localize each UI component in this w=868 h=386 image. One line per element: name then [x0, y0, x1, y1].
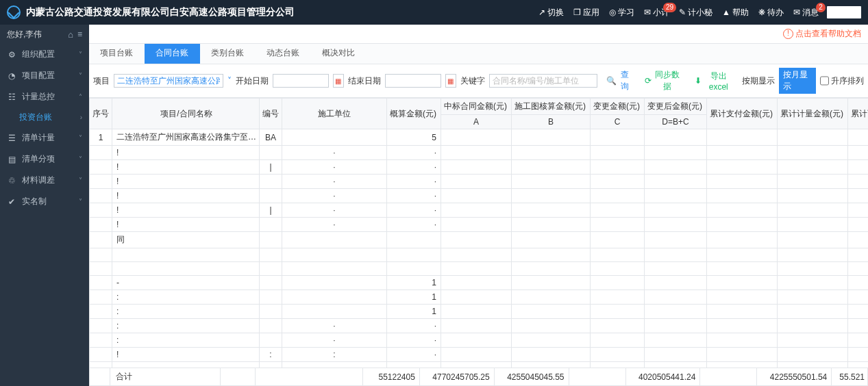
col-unit[interactable]: 施工单位	[282, 99, 387, 129]
header-item-3[interactable]: ✉小计29	[644, 7, 669, 18]
data-table-wrapper[interactable]: 序号 项目/合同名称 编号 施工单位 概算金额(元) 中标合同金额(元) 施工图…	[89, 98, 868, 368]
sidebar-item-6[interactable]: ✔实名制˅	[0, 191, 89, 212]
sidebar-item-2[interactable]: ☷计量总控˄	[0, 86, 89, 107]
table-row[interactable]: :1%	[90, 290, 869, 305]
table-row[interactable]: :1%	[90, 305, 869, 319]
col-pct[interactable]: 累计百分比	[848, 99, 869, 129]
col-draw[interactable]: 施工图核算金额(元)	[512, 99, 591, 115]
table-row[interactable]: !|··%	[90, 203, 869, 218]
start-date-input[interactable]	[273, 74, 329, 88]
col-seq[interactable]: 序号	[90, 99, 112, 129]
asc-sort-checkbox[interactable]: 升序排列	[820, 74, 864, 88]
header-item-5[interactable]: ▲帮助	[722, 7, 749, 18]
table-row[interactable]: -1%	[90, 276, 869, 290]
table-row[interactable]	[90, 362, 869, 368]
header-item-7[interactable]: ✉消息2	[793, 7, 819, 18]
dropdown-icon[interactable]: ˅	[227, 76, 232, 86]
col-paid[interactable]: 累计支付金额(元)	[707, 99, 778, 129]
sidebar-sub-invest-ledger[interactable]: 投资台账›	[0, 107, 89, 127]
help-doc-link[interactable]: 点击查看帮助文档	[783, 28, 861, 40]
table-row[interactable]: !··%	[90, 175, 869, 189]
top-header: 内蒙古公路交通投资发展有限公司白安高速公路项目管理分公司 ↗切换❐应用◎学习✉小…	[0, 0, 868, 25]
month-display-button[interactable]: 按月显示	[779, 68, 816, 94]
calendar-icon[interactable]: ▦	[333, 74, 344, 88]
col-budget[interactable]: 概算金额(元)	[387, 99, 441, 129]
sidebar-item-5[interactable]: ♲材料调差˅	[0, 170, 89, 191]
query-button[interactable]: 🔍查询	[602, 67, 636, 94]
tab-bar: 项目台账合同台账类别台账动态台账概决对比	[89, 44, 868, 64]
table-row[interactable]: !··%	[90, 146, 869, 160]
header-item-0[interactable]: ↗切换	[538, 7, 564, 18]
footer-label: 合计	[110, 368, 220, 386]
footer-totals: 合计 55122405 4770245705.25 4255045045.55 …	[89, 368, 868, 386]
sidebar-item-4[interactable]: ▤清单分项˅	[0, 149, 89, 170]
logo-icon	[7, 5, 21, 19]
tab-3[interactable]: 动态台账	[256, 44, 311, 64]
table-row[interactable]: 1二连浩特至广州国家高速公路集宁至…BA5%	[90, 129, 869, 146]
header-item-4[interactable]: ✎计小秘	[679, 7, 712, 18]
sidebar-item-0[interactable]: ⚙组织配置˅	[0, 44, 89, 65]
main-content: 项目台账合同台账类别台账动态台账概决对比 项目 ˅ 开始日期 ▦ 结束日期 ▦ …	[89, 44, 868, 386]
keyword-label: 关键字	[460, 75, 485, 87]
avatar[interactable]	[827, 6, 861, 18]
calendar-icon[interactable]: ▦	[445, 74, 456, 88]
toolbar: 项目 ˅ 开始日期 ▦ 结束日期 ▦ 关键字 🔍查询 ⟳同步数据 ⬇导出exce…	[89, 64, 868, 98]
proj-label: 项目	[93, 75, 110, 87]
sidebar: ⚙组织配置˅◔项目配置˅☷计量总控˄投资台账›☰清单计量˅▤清单分项˅♲材料调差…	[0, 44, 89, 386]
table-row[interactable]: !··%	[90, 189, 869, 203]
table-row[interactable]: :··%	[90, 319, 869, 333]
table-row[interactable]: :··%	[90, 333, 869, 348]
table-row[interactable]: 同	[90, 232, 869, 248]
sync-button[interactable]: ⟳同步数据	[640, 67, 686, 94]
data-table: 序号 项目/合同名称 编号 施工单位 概算金额(元) 中标合同金额(元) 施工图…	[89, 98, 868, 368]
col-after[interactable]: 变更后金额(元)	[645, 99, 707, 115]
end-date-label: 结束日期	[348, 75, 381, 87]
sidebar-item-3[interactable]: ☰清单计量˅	[0, 127, 89, 149]
project-select[interactable]	[114, 74, 223, 88]
start-date-label: 开始日期	[236, 75, 269, 87]
col-calc[interactable]: 累计计量金额(元)	[778, 99, 848, 129]
tab-2[interactable]: 类别台账	[200, 44, 256, 64]
header-item-2[interactable]: ◎学习	[609, 7, 634, 18]
collapse-icon[interactable]: ≡	[77, 29, 82, 39]
export-button[interactable]: ⬇导出excel	[690, 68, 738, 94]
sidebar-item-1[interactable]: ◔项目配置˅	[0, 65, 89, 86]
table-row[interactable]	[90, 248, 869, 262]
table-row[interactable]: !::·%	[90, 348, 869, 362]
tab-1[interactable]: 合同台账	[145, 44, 200, 64]
col-name[interactable]: 项目/合同名称	[112, 99, 260, 129]
home-icon[interactable]	[68, 29, 73, 40]
col-chg[interactable]: 变更金额(元)	[591, 99, 645, 115]
header-item-6[interactable]: ❋待办	[758, 7, 784, 18]
greeting-text: 您好,李伟	[7, 29, 42, 40]
tab-0[interactable]: 项目台账	[89, 44, 145, 64]
keyword-input[interactable]	[489, 74, 597, 88]
header-item-1[interactable]: ❐应用	[573, 7, 599, 18]
col-bid[interactable]: 中标合同金额(元)	[441, 99, 512, 115]
col-code[interactable]: 编号	[260, 99, 282, 129]
greeting-bar: 您好,李伟 ≡	[0, 25, 89, 44]
table-row[interactable]: !··	[90, 218, 869, 232]
period-label: 按期显示	[742, 75, 775, 87]
app-title: 内蒙古公路交通投资发展有限公司白安高速公路项目管理分公司	[26, 6, 538, 18]
table-row[interactable]: !|··%	[90, 160, 869, 175]
table-row[interactable]	[90, 262, 869, 276]
tab-4[interactable]: 概决对比	[311, 44, 367, 64]
end-date-input[interactable]	[385, 74, 441, 88]
header-actions: ↗切换❐应用◎学习✉小计29✎计小秘▲帮助❋待办✉消息2	[538, 7, 819, 18]
